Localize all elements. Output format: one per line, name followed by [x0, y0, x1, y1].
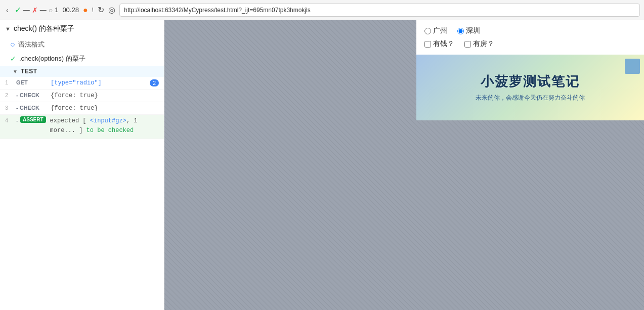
pass-separator: —	[23, 6, 30, 14]
cmd-type-4: ASSERT	[20, 116, 46, 123]
left-panel: ▼ check() 的各种栗子 ○ 语法格式 ✓ .check(options)…	[0, 20, 164, 310]
cmd-row-3[interactable]: 3 - CHECK {force: true}	[0, 102, 164, 115]
test-label: TEST	[21, 68, 37, 75]
radio-shenzhen-label: 深圳	[466, 26, 480, 35]
check-options-label: .check(options) 的栗子	[19, 54, 85, 63]
cmd-detail-expected: expected [	[50, 117, 90, 124]
fail-separator: —	[40, 6, 47, 14]
checkbox-house-input[interactable]	[464, 41, 471, 48]
radio-guangzhou-label: 广州	[433, 26, 447, 35]
cmd-type-2: - CHECK	[16, 91, 47, 98]
top-bar: ‹ ✓ — ✗ — ○ 1 00.28 ● ! ↻ ◎	[0, 0, 644, 20]
nav-syntax-label: 语法格式	[18, 40, 45, 49]
cmd-assert-container: - ASSERT	[16, 116, 46, 124]
checkbox-money-label: 有钱？	[433, 39, 454, 49]
radio-shenzhen-input[interactable]	[457, 28, 464, 34]
warning-dot: ●	[83, 6, 88, 15]
cmd-detail-tobe: to be checked	[87, 127, 134, 134]
warning-exclaim: !	[92, 6, 94, 14]
radio-row: 广州 深圳	[424, 26, 636, 35]
suite-header[interactable]: ▼ check() 的各种栗子	[0, 20, 164, 37]
timer-display: 00.28	[62, 6, 79, 14]
cmd-type-3: - CHECK	[16, 104, 47, 111]
cmd-detail-4: expected [ <input#gz>, 1 more... ] to be…	[50, 116, 159, 136]
pending-icon: ○	[49, 6, 53, 14]
checkbox-house-label: 有房？	[473, 39, 494, 49]
pending-count: 1	[55, 6, 58, 14]
test-section: ▼ TEST	[0, 66, 164, 77]
banner-area: 小菠萝测试笔记 未来的你，会感谢今天仍在努力奋斗的你	[416, 55, 644, 120]
status-icons: ✓ — ✗ — ○ 1	[15, 5, 59, 15]
radio-shenzhen: 深圳	[457, 26, 480, 35]
check-options-icon: ✓	[10, 55, 16, 63]
checkbox-row: 有钱？ 有房？	[424, 39, 636, 49]
cmd-num-2: 2	[5, 91, 12, 98]
test-header[interactable]: ▼ TEST	[0, 66, 164, 77]
cmd-minus-4: -	[16, 116, 18, 124]
reload-button[interactable]: ↻	[98, 5, 104, 15]
command-list: 1 GET [type="radio"] 2 2 - CHECK {force:…	[0, 77, 164, 139]
banner-subtitle: 未来的你，会感谢今天仍在努力奋斗的你	[476, 94, 585, 102]
main-layout: ▼ check() 的各种栗子 ○ 语法格式 ✓ .check(options)…	[0, 20, 644, 310]
checkbox-money-input[interactable]	[424, 41, 431, 48]
nav-syntax[interactable]: ○ 语法格式	[0, 37, 164, 52]
target-button[interactable]: ◎	[108, 5, 115, 15]
cmd-detail-2: {force: true}	[51, 91, 159, 100]
test-caret-icon: ▼	[13, 69, 18, 74]
nav-check-options[interactable]: ✓ .check(options) 的栗子	[0, 52, 164, 66]
fail-icon: ✗	[32, 6, 38, 14]
url-bar[interactable]	[119, 4, 640, 17]
checkbox-house: 有房？	[464, 39, 494, 49]
right-panel: 广州 深圳 有钱？ 有房？ 小菠萝测试笔记	[416, 20, 644, 310]
cmd-num-4: 4	[5, 116, 12, 123]
cmd-detail-1: [type="radio"]	[51, 78, 146, 87]
cmd-type-1: GET	[16, 78, 47, 85]
checkbox-money: 有钱？	[424, 39, 454, 49]
gray-area-right	[416, 120, 644, 310]
cmd-row-1[interactable]: 1 GET [type="radio"] 2	[0, 77, 164, 90]
cmd-row-2[interactable]: 2 - CHECK {force: true}	[0, 90, 164, 102]
cmd-detail-input: <input#gz>	[90, 117, 126, 124]
form-area: 广州 深圳 有钱？ 有房？	[416, 20, 644, 55]
suite-caret-icon: ▼	[5, 26, 11, 32]
back-button[interactable]: ‹	[4, 5, 11, 15]
syntax-dot-icon: ○	[10, 40, 15, 49]
banner-title: 小菠萝测试笔记	[481, 73, 580, 91]
radio-guangzhou: 广州	[424, 26, 447, 35]
cmd-detail-3: {force: true}	[51, 104, 159, 113]
cmd-num-1: 1	[5, 78, 12, 85]
cmd-num-3: 3	[5, 104, 12, 111]
cmd-row-4[interactable]: 4 - ASSERT expected [ <input#gz>, 1 more…	[0, 115, 164, 139]
pass-icon: ✓	[15, 5, 21, 15]
banner-corner-decoration	[625, 59, 640, 74]
suite-title: check() 的各种栗子	[14, 24, 74, 33]
center-preview	[164, 20, 416, 310]
cmd-count-1: 2	[150, 79, 159, 86]
cmd-detail-tag-1: [type="radio"]	[51, 79, 102, 86]
radio-guangzhou-input[interactable]	[424, 28, 431, 34]
